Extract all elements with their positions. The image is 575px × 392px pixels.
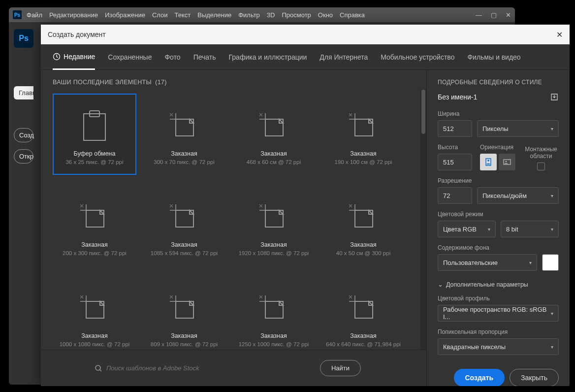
menu-file[interactable]: Файл — [27, 11, 42, 19]
scrollbar-thumb[interactable] — [421, 90, 425, 134]
menu-filter[interactable]: Фильтр — [238, 11, 260, 19]
preset-title: Заказная — [81, 332, 107, 339]
maximize-icon[interactable]: ▢ — [491, 11, 497, 19]
preset-subtitle: 1000 x 1080 пикс. @ 72 ppi — [60, 341, 130, 347]
height-label: Высота — [438, 144, 472, 151]
menu-text[interactable]: Текст — [175, 11, 191, 19]
chevron-down-icon: ▾ — [551, 311, 553, 316]
document-icon — [256, 286, 291, 330]
search-bar: Найти — [41, 350, 426, 386]
tab-film[interactable]: Фильмы и видео — [467, 44, 520, 69]
search-box[interactable] — [87, 359, 313, 378]
tab-art[interactable]: Графика и иллюстрации — [229, 44, 307, 69]
preset-item[interactable]: Заказная468 x 60 см @ 72 ppi — [232, 94, 316, 175]
bg-color-swatch[interactable] — [542, 254, 559, 271]
document-icon — [256, 104, 291, 148]
advanced-label: Дополнительные параметры — [446, 281, 528, 288]
artboards-label: Монтажные области — [523, 146, 559, 160]
preset-subtitle: 1085 x 594 пикс. @ 72 ppi — [151, 250, 218, 256]
width-unit-select[interactable]: Пикселы▾ — [477, 120, 559, 137]
pixel-ratio-select[interactable]: Квадратные пикселы▾ — [438, 338, 559, 355]
resolution-label: Разрешение — [438, 177, 559, 184]
chevron-down-icon: ▾ — [551, 193, 553, 198]
preset-title: Заказная — [260, 150, 287, 157]
menu-select[interactable]: Выделение — [197, 11, 231, 19]
document-icon — [167, 104, 201, 148]
profile-label: Цветовой профиль — [438, 295, 559, 302]
profile-value: Рабочее пространство RGB: sRGB I... — [443, 306, 551, 321]
bg-select[interactable]: Пользовательские▾ — [438, 254, 537, 271]
orientation-portrait[interactable] — [480, 154, 497, 170]
menubar: Ps Файл Редактирование Изображение Слои … — [9, 7, 515, 22]
chevron-down-icon: ▾ — [551, 126, 553, 131]
menu-3d[interactable]: 3D — [267, 11, 275, 19]
preset-details-pane: ПОДРОБНЫЕ СВЕДЕНИЯ О СТИЛЕ Без имени-1 Ш… — [427, 70, 570, 386]
preset-item[interactable]: Заказная809 x 1080 пикс. @ 72 ppi — [142, 276, 226, 350]
resolution-input[interactable]: 72 — [438, 187, 472, 204]
chevron-down-icon: ⌄ — [438, 281, 443, 288]
pixel-ratio-value: Квадратные пикселы — [443, 343, 506, 351]
search-input[interactable] — [106, 364, 305, 372]
save-preset-icon[interactable] — [550, 93, 559, 101]
width-label: Ширина — [438, 110, 559, 117]
width-unit-label: Пикселы — [482, 125, 509, 132]
tab-mobile[interactable]: Мобильное устройство — [381, 44, 454, 69]
minimize-icon[interactable]: — — [476, 11, 482, 19]
preset-title: Заказная — [81, 241, 107, 248]
preset-item[interactable]: Заказная640 x 640 пикс. @ 71,984 ppi — [321, 276, 405, 350]
preset-title: Заказная — [171, 150, 197, 157]
preset-item[interactable]: Заказная1920 x 1080 пикс. @ 72 ppi — [232, 185, 316, 266]
preset-item[interactable]: Заказная1250 x 1000 пикс. @ 72 ppi — [232, 276, 316, 350]
menu-window[interactable]: Окно — [318, 11, 333, 19]
preset-item[interactable]: Буфер обмена36 x 25 пикс. @ 72 ppi — [53, 94, 136, 175]
close-button[interactable]: Закрыть — [510, 369, 559, 386]
menu-view[interactable]: Просмотр — [282, 11, 311, 19]
tab-saved[interactable]: Сохраненные — [108, 44, 152, 69]
preset-item[interactable]: Заказная200 x 300 пикс. @ 72 ppi — [53, 185, 136, 266]
menu-help[interactable]: Справка — [340, 11, 365, 19]
color-profile-select[interactable]: Рабочее пространство RGB: sRGB I...▾ — [438, 305, 559, 322]
preset-title: Заказная — [350, 241, 376, 248]
tab-print[interactable]: Печать — [193, 44, 216, 69]
preset-item[interactable]: Заказная300 x 70 пикс. @ 72 ppi — [142, 94, 226, 175]
tab-recent[interactable]: Недавние — [53, 45, 95, 70]
preset-item[interactable]: Заказная1085 x 594 пикс. @ 72 ppi — [142, 185, 226, 266]
preset-item[interactable]: Заказная190 x 100 см @ 72 ppi — [321, 94, 405, 175]
height-input[interactable]: 515 — [438, 154, 472, 170]
preset-item[interactable]: Заказная40 x 50 см @ 300 ppi — [321, 185, 405, 266]
color-mode-value: Цвета RGB — [443, 226, 477, 233]
preset-title: Заказная — [260, 332, 287, 339]
tab-web[interactable]: Для Интернета — [319, 44, 368, 69]
presets-pane: ВАШИ ПОСЛЕДНИЕ ЭЛЕМЕНТЫ (17) Буфер обмен… — [41, 70, 427, 386]
bg-label: Содержимое фона — [438, 244, 559, 251]
color-mode-select[interactable]: Цвета RGB▾ — [438, 221, 496, 237]
chevron-down-icon: ▾ — [488, 227, 490, 232]
tab-photo[interactable]: Фото — [164, 44, 180, 69]
category-tabs: Недавние Сохраненные Фото Печать Графика… — [41, 44, 570, 70]
menu-layers[interactable]: Слои — [152, 11, 168, 19]
close-window-icon[interactable]: ✕ — [506, 11, 511, 19]
preset-title: Буфер обмена — [74, 150, 116, 157]
document-icon — [346, 286, 381, 330]
scrollbar[interactable] — [420, 90, 426, 350]
home-tab-main[interactable]: Главн — [14, 86, 33, 99]
create-button[interactable]: Создать — [454, 369, 505, 386]
resolution-unit-select[interactable]: Пикселы/дюйм▾ — [477, 187, 559, 204]
home-open-button[interactable]: Откр — [14, 149, 33, 163]
artboards-checkbox[interactable] — [537, 163, 545, 170]
chevron-down-icon: ▾ — [551, 344, 553, 350]
preset-name[interactable]: Без имени-1 — [438, 93, 477, 101]
preset-subtitle: 36 x 25 пикс. @ 72 ppi — [65, 159, 123, 165]
width-input[interactable]: 512 — [438, 120, 472, 137]
menu-edit[interactable]: Редактирование — [49, 11, 98, 19]
ps-home-logo-icon: Ps — [14, 29, 33, 48]
find-button[interactable]: Найти — [320, 360, 361, 376]
advanced-toggle[interactable]: ⌄ Дополнительные параметры — [438, 281, 559, 288]
dialog-close-button[interactable]: ✕ — [556, 30, 563, 39]
bit-depth-select[interactable]: 8 bit▾ — [501, 221, 559, 237]
preset-item[interactable]: Заказная1000 x 1080 пикс. @ 72 ppi — [53, 276, 136, 350]
menu-image[interactable]: Изображение — [105, 11, 145, 19]
orientation-landscape[interactable] — [499, 154, 515, 170]
svg-point-7 — [505, 161, 507, 162]
home-create-button[interactable]: Созд — [14, 128, 33, 142]
